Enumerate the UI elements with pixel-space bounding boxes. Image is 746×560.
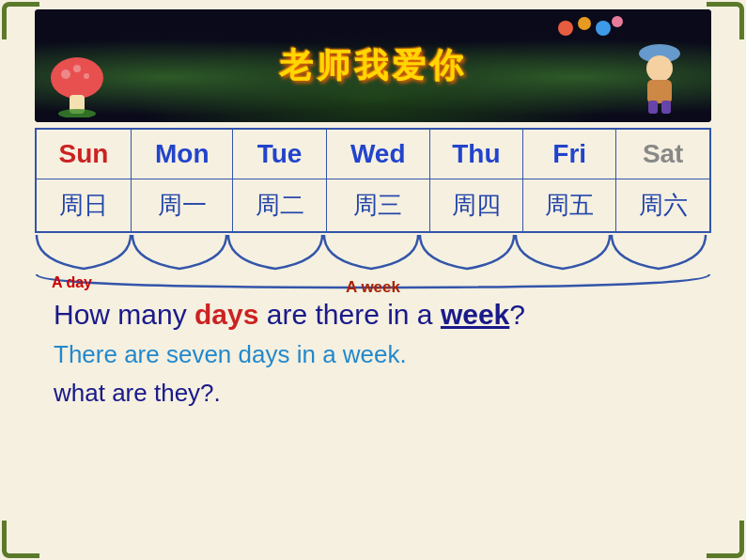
question-1: How many days are there in a week?: [54, 299, 711, 331]
svg-rect-11: [661, 101, 671, 114]
corner-br: [707, 521, 744, 558]
svg-point-3: [84, 73, 89, 79]
q1-prefix: How many: [54, 299, 194, 330]
svg-point-14: [596, 21, 611, 36]
cell-fri: 周五: [523, 179, 616, 233]
page-wrapper: 老师我爱你 Sun Mon: [0, 0, 746, 560]
q1-days-word: days: [194, 299, 258, 330]
q1-middle: are there in a: [258, 299, 440, 330]
header-mon: Mon: [132, 129, 233, 179]
flowers-icon: [552, 14, 627, 52]
mushroom-icon: [49, 52, 105, 117]
a-day-label: A day: [52, 274, 92, 291]
cell-mon: 周一: [132, 179, 233, 233]
svg-point-12: [558, 21, 573, 36]
cell-sun: 周日: [36, 179, 132, 233]
header-thu: Thu: [429, 129, 522, 179]
header-sun: Sun: [36, 129, 132, 179]
child-figure-icon: [627, 42, 692, 117]
banner-image: 老师我爱你: [35, 9, 711, 122]
header-sat: Sat: [616, 129, 710, 179]
svg-rect-9: [647, 80, 672, 103]
banner-title: 老师我爱你: [279, 43, 467, 89]
days-table-container: Sun Mon Tue Wed Thu Fri Sat 周日 周一 周二 周三 …: [35, 128, 711, 233]
corner-tl: [2, 2, 39, 39]
cell-sat: 周六: [616, 179, 710, 233]
a-week-label: A week: [346, 278, 400, 297]
svg-point-13: [578, 17, 591, 30]
cell-tue: 周二: [233, 179, 326, 233]
header-tue: Tue: [233, 129, 326, 179]
svg-point-1: [61, 70, 70, 79]
svg-rect-10: [648, 101, 658, 114]
bracket-area: A day A week: [35, 233, 711, 299]
corner-tr: [707, 2, 744, 39]
svg-point-15: [612, 16, 623, 27]
cell-thu: 周四: [429, 179, 522, 233]
table-chinese-row: 周日 周一 周二 周三 周四 周五 周六: [36, 179, 710, 233]
header-wed: Wed: [326, 129, 429, 179]
q1-week-word: week: [441, 299, 509, 330]
svg-point-5: [58, 109, 96, 117]
svg-point-8: [646, 55, 673, 82]
q1-suffix: ?: [509, 299, 525, 330]
question-2: There are seven days in a week.: [54, 340, 711, 369]
days-table: Sun Mon Tue Wed Thu Fri Sat 周日 周一 周二 周三 …: [35, 128, 711, 233]
corner-bl: [2, 521, 39, 558]
svg-point-2: [73, 65, 81, 72]
svg-point-0: [51, 57, 103, 99]
question-3: what are they?.: [54, 379, 711, 408]
header-fri: Fri: [523, 129, 616, 179]
questions-section: How many days are there in a week? There…: [35, 299, 711, 408]
cell-wed: 周三: [326, 179, 429, 233]
table-header-row: Sun Mon Tue Wed Thu Fri Sat: [36, 129, 710, 179]
